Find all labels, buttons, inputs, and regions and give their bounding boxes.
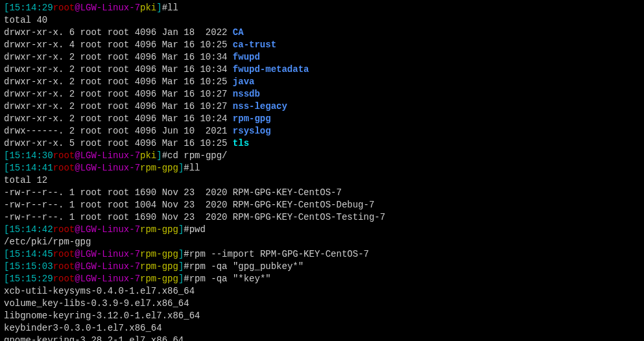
ls-meta: -rw-r--r--. 1 root root 1690 Nov 23 2020 xyxy=(4,187,233,198)
ls-filename: java xyxy=(233,76,255,87)
terminal-line: [15:14:30root@LGW-Linux-7pki]#cd rpm-gpg… xyxy=(4,150,640,162)
ls-meta: drwxr-xr-x. 4 root root 4096 Mar 16 10:2… xyxy=(4,40,233,50)
ls-filename: RPM-GPG-KEY-CentOS-7 xyxy=(233,187,342,198)
output-text: keybinder3-0.3.0-1.el7.x86_64 xyxy=(4,323,162,333)
terminal-line: drwx------. 2 root root 4096 Jun 10 2021… xyxy=(4,125,640,137)
ls-meta: drwx------. 2 root root 4096 Jun 10 2021 xyxy=(4,126,233,136)
prompt-cwd: rpm-gpg xyxy=(140,261,178,272)
prompt-host: LGW-Linux-7 xyxy=(80,224,140,235)
prompt-user: root xyxy=(53,3,75,13)
ls-filename: tls xyxy=(233,138,249,148)
prompt-at: @ xyxy=(75,150,80,161)
ls-meta: drwxr-xr-x. 2 root root 4096 Mar 16 10:2… xyxy=(4,101,233,112)
prompt-timestamp: 15:15:29 xyxy=(9,274,53,284)
terminal-line: drwxr-xr-x. 4 root root 4096 Mar 16 10:2… xyxy=(4,39,640,51)
ls-meta: drwxr-xr-x. 2 root root 4096 Mar 16 10:2… xyxy=(4,89,233,99)
prompt-user: root xyxy=(53,224,75,235)
prompt-timestamp: 15:14:30 xyxy=(9,150,53,161)
prompt-bracket: ] xyxy=(156,150,161,161)
prompt-at: @ xyxy=(75,261,80,272)
prompt-host: LGW-Linux-7 xyxy=(80,261,140,272)
ls-filename: ca-trust xyxy=(233,40,276,50)
prompt-command[interactable]: #rpm -qa "*key*" xyxy=(184,274,270,284)
ls-meta: drwxr-xr-x. 2 root root 4096 Mar 16 10:2… xyxy=(4,113,233,124)
terminal-line: gnome-keyring-3.28.2-1.el7.x86_64 xyxy=(4,335,640,341)
prompt-user: root xyxy=(53,274,75,284)
terminal-line: -rw-r--r--. 1 root root 1690 Nov 23 2020… xyxy=(4,211,640,224)
terminal-line: drwxr-xr-x. 2 root root 4096 Mar 16 10:2… xyxy=(4,100,640,113)
prompt-command[interactable]: #rpm -qa "gpg_pubkey*" xyxy=(184,261,304,272)
prompt-command[interactable]: #cd rpm-gpg/ xyxy=(162,150,228,161)
prompt-timestamp: 15:14:45 xyxy=(9,249,53,259)
ls-filename: CA xyxy=(233,27,244,38)
prompt-cwd: rpm-gpg xyxy=(140,249,178,259)
prompt-timestamp: 15:14:41 xyxy=(9,163,53,173)
terminal-line: drwxr-xr-x. 2 root root 4096 Mar 16 10:2… xyxy=(4,88,640,100)
prompt-command[interactable]: #rpm --import RPM-GPG-KEY-CentOS-7 xyxy=(184,249,369,259)
terminal-line: total 40 xyxy=(4,14,640,27)
terminal-line: volume_key-libs-0.3.9-9.el7.x86_64 xyxy=(4,298,640,310)
terminal-line: -rw-r--r--. 1 root root 1004 Nov 23 2020… xyxy=(4,199,640,211)
prompt-user: root xyxy=(53,249,75,259)
prompt-timestamp: 15:14:29 xyxy=(9,3,53,13)
prompt-cwd: pki xyxy=(140,3,156,13)
ls-filename: fwupd xyxy=(233,52,260,62)
output-text: total 40 xyxy=(4,15,47,25)
prompt-user: root xyxy=(53,150,75,161)
terminal-line: xcb-util-keysyms-0.4.0-1.el7.x86_64 xyxy=(4,285,640,298)
terminal-line: [15:15:29root@LGW-Linux-7rpm-gpg]#rpm -q… xyxy=(4,273,640,285)
ls-meta: drwxr-xr-x. 2 root root 4096 Mar 16 10:2… xyxy=(4,76,233,87)
ls-meta: drwxr-xr-x. 6 root root 4096 Jan 18 2022 xyxy=(4,27,233,38)
prompt-bracket: ] xyxy=(156,3,161,13)
output-text: /etc/pki/rpm-gpg xyxy=(4,237,91,247)
prompt-cwd: rpm-gpg xyxy=(140,274,178,284)
ls-meta: -rw-r--r--. 1 root root 1004 Nov 23 2020 xyxy=(4,200,233,210)
ls-meta: -rw-r--r--. 1 root root 1690 Nov 23 2020 xyxy=(4,212,233,222)
terminal-line: total 12 xyxy=(4,174,640,187)
prompt-cwd: rpm-gpg xyxy=(140,163,178,173)
output-text: total 12 xyxy=(4,175,47,185)
prompt-timestamp: 15:14:42 xyxy=(9,224,53,235)
terminal-line: [15:15:03root@LGW-Linux-7rpm-gpg]#rpm -q… xyxy=(4,261,640,273)
ls-filename: RPM-GPG-KEY-CentOS-Testing-7 xyxy=(233,212,385,222)
prompt-host: LGW-Linux-7 xyxy=(80,163,140,173)
prompt-timestamp: 15:15:03 xyxy=(9,261,53,272)
ls-meta: drwxr-xr-x. 2 root root 4096 Mar 16 10:3… xyxy=(4,52,233,62)
prompt-command[interactable]: #ll xyxy=(184,163,200,173)
prompt-command[interactable]: #ll xyxy=(162,3,178,13)
ls-filename: nssdb xyxy=(233,89,260,99)
prompt-user: root xyxy=(53,261,75,272)
ls-filename: nss-legacy xyxy=(233,101,287,112)
prompt-at: @ xyxy=(75,3,80,13)
ls-filename: RPM-GPG-KEY-CentOS-Debug-7 xyxy=(233,200,374,210)
prompt-at: @ xyxy=(75,249,80,259)
prompt-host: LGW-Linux-7 xyxy=(80,249,140,259)
ls-filename: fwupd-metadata xyxy=(233,64,309,75)
prompt-at: @ xyxy=(75,163,80,173)
terminal-line: drwxr-xr-x. 2 root root 4096 Mar 16 10:3… xyxy=(4,51,640,64)
prompt-at: @ xyxy=(75,274,80,284)
prompt-cwd: pki xyxy=(140,150,156,161)
terminal-line: drwxr-xr-x. 5 root root 4096 Mar 16 10:2… xyxy=(4,137,640,150)
terminal-line: drwxr-xr-x. 6 root root 4096 Jan 18 2022… xyxy=(4,27,640,39)
prompt-user: root xyxy=(53,163,75,173)
terminal-line: drwxr-xr-x. 2 root root 4096 Mar 16 10:2… xyxy=(4,76,640,88)
terminal-output[interactable]: [15:14:29root@LGW-Linux-7pki]#lltotal 40… xyxy=(0,0,644,341)
terminal-line: [15:14:41root@LGW-Linux-7rpm-gpg]#ll xyxy=(4,162,640,174)
prompt-at: @ xyxy=(75,224,80,235)
ls-filename: rsyslog xyxy=(233,126,271,136)
prompt-host: LGW-Linux-7 xyxy=(80,150,140,161)
terminal-line: keybinder3-0.3.0-1.el7.x86_64 xyxy=(4,322,640,335)
output-text: libgnome-keyring-3.12.0-1.el7.x86_64 xyxy=(4,311,200,321)
terminal-line: -rw-r--r--. 1 root root 1690 Nov 23 2020… xyxy=(4,187,640,199)
terminal-line: drwxr-xr-x. 2 root root 4096 Mar 16 10:2… xyxy=(4,113,640,125)
terminal-line: [15:14:45root@LGW-Linux-7rpm-gpg]#rpm --… xyxy=(4,248,640,261)
prompt-host: LGW-Linux-7 xyxy=(80,3,140,13)
prompt-command[interactable]: #pwd xyxy=(184,224,206,235)
output-text: volume_key-libs-0.3.9-9.el7.x86_64 xyxy=(4,298,189,309)
terminal-line: [15:14:29root@LGW-Linux-7pki]#ll xyxy=(4,2,640,14)
terminal-line: libgnome-keyring-3.12.0-1.el7.x86_64 xyxy=(4,310,640,322)
ls-meta: drwxr-xr-x. 2 root root 4096 Mar 16 10:3… xyxy=(4,64,233,75)
prompt-host: LGW-Linux-7 xyxy=(80,274,140,284)
prompt-cwd: rpm-gpg xyxy=(140,224,178,235)
